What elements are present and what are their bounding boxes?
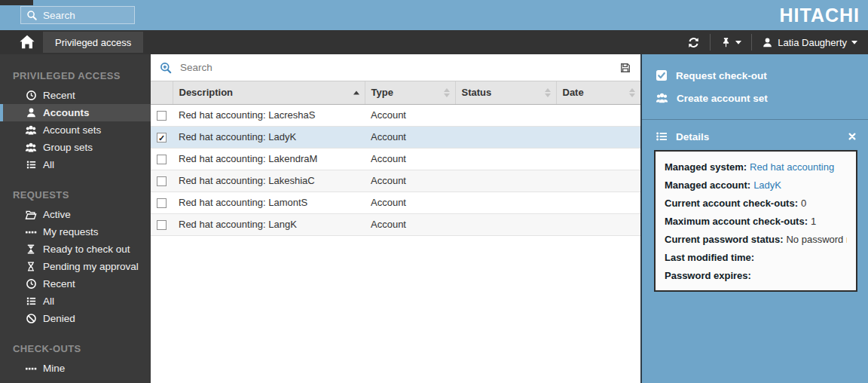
sidebar-item-label: All (43, 159, 54, 170)
sidebar-item-label: Pending my approval (43, 261, 139, 272)
cell-description: Red hat accounting: LadyK (173, 126, 365, 148)
sidebar-item-my-requests[interactable]: My requests (0, 223, 151, 241)
check-square-icon (656, 69, 668, 81)
table-row[interactable]: Red hat accounting: LamontS Account (151, 192, 640, 213)
cell-type: Account (365, 213, 455, 235)
cell-description: Red hat accounting: LakeshiaC (173, 170, 365, 192)
cell-status (455, 213, 556, 235)
save-button[interactable] (613, 62, 631, 74)
global-search[interactable] (20, 6, 135, 24)
cell-type: Account (365, 126, 455, 148)
table-row[interactable]: Red hat accounting: LacreshaS Account (151, 104, 640, 126)
detail-field-managed-system: Managed system:Red hat accounting (665, 161, 847, 173)
chevron-down-icon (851, 41, 857, 44)
home-button[interactable] (19, 34, 35, 51)
row-checkbox[interactable] (157, 176, 167, 186)
cell-date (556, 170, 640, 192)
managed-account-link[interactable]: LadyK (753, 179, 781, 191)
sidebar-item-recent[interactable]: Recent (0, 87, 151, 104)
sidebar-item-all-accounts[interactable]: All (0, 156, 151, 173)
users-icon (25, 142, 37, 154)
user-icon (762, 37, 773, 48)
sidebar-item-label: Recent (43, 278, 75, 290)
hourglass-filled-icon (26, 244, 36, 255)
managed-system-link[interactable]: Red hat accounting (750, 161, 834, 173)
sort-ascending-icon (353, 90, 359, 94)
sidebar-item-label: Group sets (43, 142, 93, 153)
detail-field-current-check-outs: Current account check-outs:0 (665, 198, 847, 209)
details-list-icon (656, 130, 668, 142)
details-title: Details (676, 131, 709, 142)
row-checkbox[interactable] (157, 198, 167, 208)
ban-icon (26, 313, 37, 324)
search-icon (26, 10, 38, 21)
table-row[interactable]: ✓ Red hat accounting: LadyK Account (151, 126, 640, 148)
sidebar-item-recent-requests[interactable]: Recent (0, 275, 151, 293)
create-account-set-button[interactable]: Create account set (642, 87, 868, 110)
sidebar-section-requests: REQUESTS Active My requests Ready to che… (0, 185, 151, 327)
close-button[interactable] (848, 132, 857, 141)
request-check-out-button[interactable]: Request check-out (642, 64, 868, 87)
cell-description: Red hat accounting: LakendraM (173, 148, 365, 170)
sidebar-item-group-sets[interactable]: Group sets (0, 139, 151, 156)
sidebar-item-ready-to-check-out[interactable]: Ready to check out (0, 241, 151, 258)
sidebar-item-denied[interactable]: Denied (0, 310, 151, 327)
sidebar-item-active[interactable]: Active (0, 206, 151, 223)
column-header-type[interactable]: Type (365, 81, 455, 104)
table-search-input[interactable] (180, 62, 613, 73)
close-icon (848, 132, 857, 141)
table-row[interactable]: Red hat accounting: LangK Account (151, 213, 640, 235)
folder-open-icon (25, 209, 37, 221)
detail-field-password-expires: Password expires: (665, 270, 847, 281)
right-panel: Request check-out Create account set (640, 54, 868, 383)
sidebar-item-all-requests[interactable]: All (0, 293, 151, 310)
column-header-description[interactable]: Description (173, 81, 365, 104)
cell-description: Red hat accounting: LamontS (173, 192, 365, 213)
clock-icon (26, 90, 37, 101)
cell-status (455, 148, 556, 170)
sidebar-item-accounts[interactable]: Accounts (0, 104, 151, 121)
hitachi-logo: HITACHI (779, 5, 860, 26)
detail-field-managed-account: Managed account:LadyK (665, 179, 847, 191)
sidebar-item-label: Active (43, 209, 71, 220)
row-checkbox[interactable] (157, 111, 167, 121)
column-header-date[interactable]: Date (556, 81, 640, 104)
nav-right-controls: Latia Daugherty (687, 34, 868, 51)
sidebar-item-mine[interactable]: Mine (0, 360, 151, 377)
global-search-input[interactable] (43, 10, 129, 21)
sidebar-item-label: Denied (43, 313, 75, 324)
list-icon (26, 296, 37, 307)
nav-bar: Privileged access (0, 30, 868, 54)
sidebar-item-account-sets[interactable]: Account sets (0, 121, 151, 139)
cell-type: Account (365, 148, 455, 170)
action-label: Request check-out (676, 70, 767, 81)
sidebar-item-label: Mine (43, 363, 65, 374)
row-checkbox[interactable]: ✓ (157, 133, 167, 142)
table-row[interactable]: Red hat accounting: LakendraM Account (151, 148, 640, 170)
sidebar-section-check-outs: CHECK-OUTS Mine (0, 339, 151, 377)
accounts-table: Description Type Status Date (151, 81, 640, 236)
user-menu[interactable]: Latia Daugherty (762, 37, 857, 48)
sidebar-section-privileged-access: PRIVILEGED ACCESS Recent Accounts Accoun… (0, 66, 151, 173)
column-header-status[interactable]: Status (455, 81, 556, 104)
dots-icon (25, 226, 37, 238)
zoom-in-search-icon[interactable] (160, 62, 172, 74)
cell-description: Red hat accounting: LacreshaS (173, 104, 365, 126)
row-checkbox[interactable] (157, 155, 167, 164)
divider (710, 34, 711, 51)
table-search-bar (151, 54, 640, 81)
home-icon (19, 34, 35, 51)
nav-tab-label: Privileged access (55, 37, 131, 48)
privileged-access-tab[interactable]: Privileged access (43, 32, 143, 53)
pin-menu-button[interactable] (720, 37, 741, 48)
divider (751, 34, 752, 51)
select-all-column-header[interactable] (151, 81, 173, 104)
table-row[interactable]: Red hat accounting: LakeshiaC Account (151, 170, 640, 192)
refresh-icon (687, 36, 700, 49)
refresh-button[interactable] (687, 36, 700, 49)
row-checkbox[interactable] (157, 220, 167, 230)
sidebar-item-pending-my-approval[interactable]: Pending my approval (0, 258, 151, 275)
details-header: Details (642, 120, 868, 150)
sort-icon (629, 88, 635, 97)
cell-date (556, 126, 640, 148)
